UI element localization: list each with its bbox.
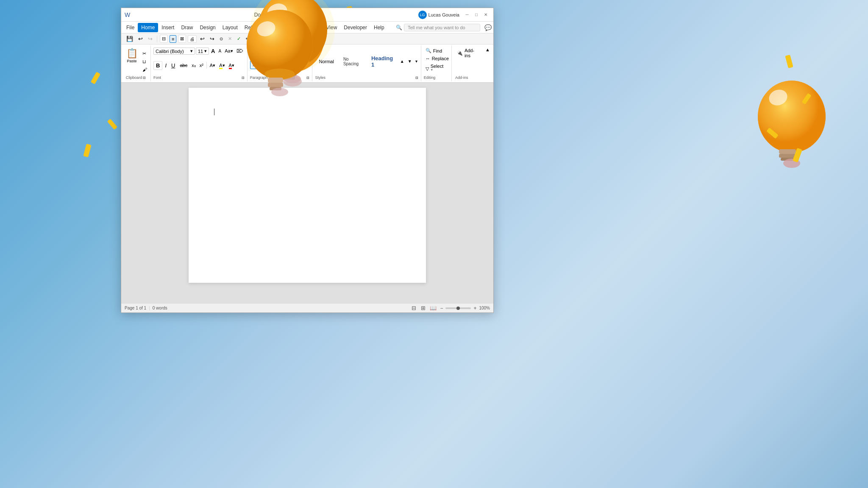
maximize-icon: □ — [475, 12, 478, 17]
style-heading1[interactable]: Heading 1 — [367, 54, 398, 69]
cut-button[interactable]: ✂ — [141, 50, 148, 57]
search-icon: 🔍 — [396, 25, 402, 31]
subscript-button[interactable]: x₂ — [190, 62, 198, 69]
menu-home[interactable]: Home — [138, 23, 158, 32]
clear-format-button[interactable]: ⌦ — [235, 47, 245, 55]
font-size-chevron: ▾ — [204, 48, 207, 54]
close-icon: ✕ — [484, 12, 487, 17]
paste-icon: 📋 — [126, 48, 138, 59]
bulb-right-large — [749, 68, 834, 188]
status-bar: Page 1 of 1 | 0 words ⊟ ⊞ 📖 − + 100% — [121, 303, 493, 312]
replace-icon: ↔ — [426, 56, 430, 61]
ribbon-font-group: Calibri (Body) ▾ 11 ▾ A A Aa▾ ⌦ B I U ab… — [151, 45, 248, 81]
status-separator1: | — [149, 306, 150, 310]
font-name-chevron: ▾ — [190, 48, 193, 54]
menu-insert[interactable]: Insert — [158, 23, 178, 32]
svg-point-15 — [261, 4, 324, 72]
qa-view[interactable]: ⊟ — [160, 35, 168, 43]
font-row2: B I U abc x₂ x² A▾ A▾ A▾ — [153, 61, 245, 70]
paste-label: Paste — [127, 59, 136, 63]
user-avatar: LG — [418, 11, 427, 19]
svg-point-19 — [284, 75, 301, 83]
document-area[interactable] — [121, 83, 493, 303]
qa-x[interactable]: ✕ — [226, 35, 234, 42]
view-web[interactable]: ⊞ — [420, 304, 426, 312]
search-text: Tell me what you want to do — [408, 25, 465, 30]
document-page[interactable] — [189, 88, 426, 283]
menu-help[interactable]: Help — [370, 23, 388, 32]
menu-layout[interactable]: Layout — [219, 23, 241, 32]
page-info: Page 1 of 1 — [125, 306, 146, 310]
menu-design[interactable]: Design — [196, 23, 219, 32]
strikethrough-button[interactable]: abc — [178, 62, 189, 69]
editing-label: Editing — [424, 75, 449, 80]
view-print-layout[interactable]: ⊟ — [410, 304, 417, 312]
window-icon: W — [125, 11, 130, 18]
qa-more[interactable]: ⊙ — [218, 36, 225, 42]
highlight-color-button[interactable]: A▾ — [217, 62, 226, 69]
font-label-row: Font ⊡ — [153, 75, 245, 80]
font-name-dropdown[interactable]: Calibri (Body) ▾ — [153, 47, 195, 55]
svg-rect-11 — [779, 154, 796, 158]
styles-expand-icon[interactable]: ⊡ — [415, 76, 418, 80]
bold-button[interactable]: B — [153, 61, 162, 70]
styles-scroll-down[interactable]: ▼ — [407, 58, 413, 64]
paste-button[interactable]: 📋 Paste — [124, 47, 140, 75]
qa-check[interactable]: ✓ — [235, 35, 242, 42]
text-effects-button[interactable]: A▾ — [208, 62, 217, 69]
menu-file[interactable]: File — [123, 23, 138, 32]
minimize-button[interactable]: ─ — [463, 11, 471, 19]
search-bar[interactable]: Tell me what you want to do — [404, 24, 480, 31]
qa-view4[interactable]: 🖨 — [188, 35, 197, 43]
replace-button[interactable]: ↔ Replace — [424, 55, 449, 62]
styles-scroll-up[interactable]: ▲ — [399, 58, 405, 64]
user-name: Lucas Gouveia — [428, 12, 459, 17]
qa-view3[interactable]: ⊠ — [178, 35, 186, 43]
zoom-area: ⊟ ⊞ 📖 − + 100% — [410, 304, 490, 312]
clipboard-sub-buttons: ✂ ⊔ 🖌 — [141, 47, 148, 75]
qa-undo[interactable]: ↩ — [136, 35, 145, 43]
italic-button[interactable]: I — [163, 61, 169, 70]
font-expand-icon[interactable]: ⊡ — [242, 76, 245, 80]
close-button[interactable]: ✕ — [481, 11, 490, 19]
find-button[interactable]: 🔍 Find — [424, 47, 449, 54]
qa-undo2[interactable]: ↩ — [198, 35, 206, 43]
zoom-percent: 100% — [479, 306, 490, 310]
qa-redo2[interactable]: ↪ — [208, 35, 216, 43]
maximize-button[interactable]: □ — [472, 11, 481, 19]
font-shrink-button[interactable]: A — [217, 48, 223, 54]
zoom-thumb — [456, 307, 460, 310]
collapse-ribbon-button[interactable]: ▲ — [484, 46, 492, 53]
font-color-button[interactable]: A▾ — [227, 62, 236, 69]
copy-button[interactable]: ⊔ — [141, 58, 148, 65]
underline-button[interactable]: U — [169, 61, 177, 70]
user-info: LG Lucas Gouveia — [418, 11, 459, 19]
minimize-icon: ─ — [465, 12, 468, 17]
svg-rect-17 — [281, 69, 296, 73]
change-case-button[interactable]: Aa▾ — [223, 47, 234, 55]
zoom-plus[interactable]: + — [473, 305, 476, 311]
menu-developer[interactable]: Developer — [340, 23, 370, 32]
text-cursor — [214, 109, 214, 115]
select-button[interactable]: ▽ Select ˅ — [424, 63, 449, 75]
select-icon: ▽ — [426, 66, 429, 72]
zoom-minus[interactable]: − — [440, 305, 443, 311]
style-no-spacing[interactable]: No Spacing — [339, 56, 366, 67]
clipboard-label: Clipboard — [126, 75, 142, 80]
menu-draw[interactable]: Draw — [178, 23, 196, 32]
styles-more[interactable]: ▾ — [415, 58, 418, 64]
qa-view2[interactable]: ≡ — [170, 35, 176, 43]
ribbon-clipboard-group: 📋 Paste ✂ ⊔ 🖌 Clipboard ⊡ — [121, 45, 151, 81]
view-read[interactable]: 📖 — [429, 304, 437, 312]
addins-icon: 🔌 — [457, 50, 463, 56]
qa-save[interactable]: 💾 — [125, 35, 135, 43]
superscript-button[interactable]: x² — [198, 62, 205, 69]
addins-button[interactable]: 🔌 Add-ins — [455, 47, 480, 59]
font-grow-button[interactable]: A — [210, 47, 216, 55]
qa-redo[interactable]: ↪ — [146, 35, 154, 43]
feedback-icon: 💬 — [484, 24, 492, 31]
zoom-slider[interactable] — [445, 307, 471, 309]
font-size-dropdown[interactable]: 11 ▾ — [196, 47, 209, 55]
clipboard-expand-icon[interactable]: ⊡ — [143, 76, 146, 80]
format-painter-button[interactable]: 🖌 — [141, 66, 148, 73]
